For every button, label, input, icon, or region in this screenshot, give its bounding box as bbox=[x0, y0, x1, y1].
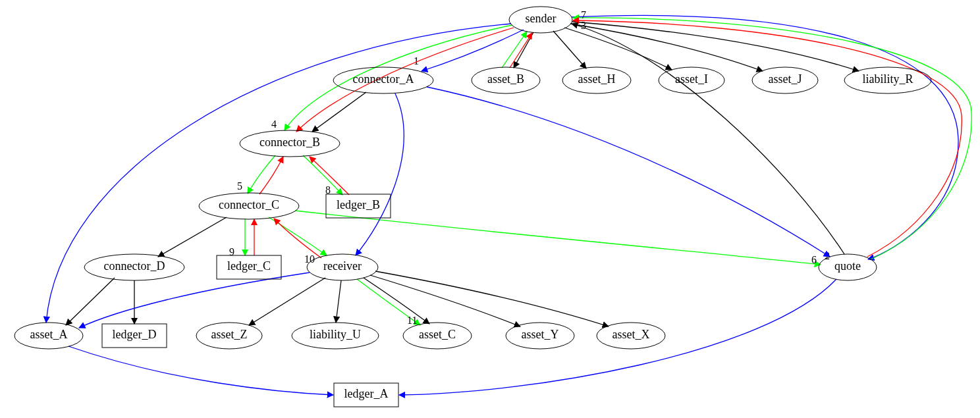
edge-receiver-assetZ bbox=[249, 278, 325, 325]
label-receiver: receiver bbox=[323, 259, 362, 273]
node-ledger-d: ledger_D bbox=[102, 324, 167, 348]
edge-connectorC-connectorB-red bbox=[259, 157, 283, 194]
edge-quote-sender-black bbox=[572, 24, 844, 254]
edge-connectorC-receiver-green bbox=[269, 217, 327, 255]
node-quote: quote bbox=[819, 254, 877, 280]
edge-assetA-ledgerA-blue bbox=[68, 346, 333, 395]
node-liability-r: liability_R bbox=[844, 67, 931, 93]
edge-label-6: 6 bbox=[811, 254, 817, 265]
edge-assetB-sender-green bbox=[502, 32, 527, 68]
node-asset-x: asset_X bbox=[597, 323, 665, 349]
edge-sender-connectorA bbox=[422, 30, 524, 71]
label-asset-b: asset_B bbox=[487, 72, 524, 86]
node-asset-b: asset_B bbox=[472, 67, 540, 93]
edge-assetB-sender-red bbox=[510, 33, 532, 68]
edge-label-3: 3 bbox=[581, 20, 586, 31]
node-ledger-b: ledger_B bbox=[326, 194, 391, 218]
edge-label-11: 11 bbox=[407, 315, 417, 326]
label-connector-b: connector_B bbox=[259, 136, 320, 149]
label-ledger-a: ledger_A bbox=[344, 387, 389, 400]
edge-label-8: 8 bbox=[325, 184, 331, 196]
label-asset-y: asset_Y bbox=[522, 328, 559, 341]
edge-label-5: 5 bbox=[237, 180, 242, 192]
label-liability-u: liability_U bbox=[310, 328, 361, 341]
edge-receiver-assetY bbox=[370, 275, 520, 327]
node-asset-j: asset_J bbox=[752, 67, 818, 93]
node-asset-y: asset_Y bbox=[506, 323, 574, 349]
edge-connectorD-assetA bbox=[66, 278, 115, 325]
edge-sender-assetI bbox=[564, 28, 672, 70]
edge-connectorC-connectorD bbox=[158, 217, 227, 257]
node-asset-h: asset_H bbox=[562, 67, 631, 93]
node-ledger-c: ledger_C bbox=[217, 255, 281, 279]
label-ledger-d: ledger_D bbox=[113, 328, 157, 341]
label-asset-j: asset_J bbox=[769, 72, 802, 86]
label-connector-d: connector_D bbox=[104, 259, 165, 273]
edge-sender-quote-blue bbox=[572, 15, 958, 259]
node-connector-c: connector_C bbox=[199, 193, 299, 219]
edge-label-10: 10 bbox=[304, 253, 315, 265]
label-asset-z: asset_Z bbox=[211, 328, 248, 341]
edge-receiver-assetC-black bbox=[364, 278, 429, 324]
label-asset-h: asset_H bbox=[578, 72, 616, 86]
node-asset-z: asset_Z bbox=[196, 323, 262, 349]
node-receiver: receiver bbox=[307, 254, 378, 280]
label-connector-a: connector_A bbox=[353, 72, 414, 86]
edge-connectorB-ledgerB-green bbox=[303, 155, 342, 195]
label-asset-i: asset_I bbox=[675, 72, 708, 86]
edge-connectorC-quote-green bbox=[295, 211, 821, 265]
node-asset-c: asset_C bbox=[403, 323, 472, 349]
edge-connectorA-receiver-blue bbox=[356, 93, 404, 255]
node-connector-b: connector_B bbox=[240, 130, 340, 157]
node-asset-i: asset_I bbox=[659, 67, 724, 93]
label-asset-c: asset_C bbox=[419, 328, 456, 341]
node-ledger-a: ledger_A bbox=[334, 383, 398, 407]
graph-diagram: 1 2 3 7 4 5 8 9 6 10 bbox=[0, 0, 980, 418]
label-ledger-c: ledger_C bbox=[227, 259, 271, 273]
label-asset-a: asset_A bbox=[30, 328, 68, 341]
edge-sender-assetB bbox=[514, 32, 533, 68]
label-connector-c: connector_C bbox=[219, 198, 279, 211]
label-sender: sender bbox=[526, 12, 557, 25]
edge-label-7: 7 bbox=[581, 9, 586, 20]
edge-sender-assetH bbox=[553, 31, 586, 68]
edge-receiver-assetA-blue bbox=[79, 273, 310, 328]
edge-receiver-connectorC-red bbox=[274, 219, 321, 258]
node-liability-u: liability_U bbox=[292, 323, 379, 349]
label-ledger-b: ledger_B bbox=[337, 198, 380, 211]
edge-sender-liabilityR bbox=[572, 22, 859, 71]
edge-receiver-liabilityU bbox=[336, 280, 341, 323]
label-quote: quote bbox=[834, 259, 861, 273]
edge-quote-sender-green bbox=[573, 18, 971, 259]
node-connector-d: connector_D bbox=[84, 254, 184, 280]
label-asset-x: asset_X bbox=[612, 328, 650, 341]
node-asset-a: asset_A bbox=[14, 323, 83, 349]
edge-sender-assetJ bbox=[570, 24, 763, 71]
edge-label-4: 4 bbox=[271, 118, 277, 130]
edge-connectorB-connectorC-green bbox=[248, 155, 275, 194]
label-liability-r: liability_R bbox=[862, 72, 913, 86]
node-sender: sender bbox=[509, 7, 572, 33]
